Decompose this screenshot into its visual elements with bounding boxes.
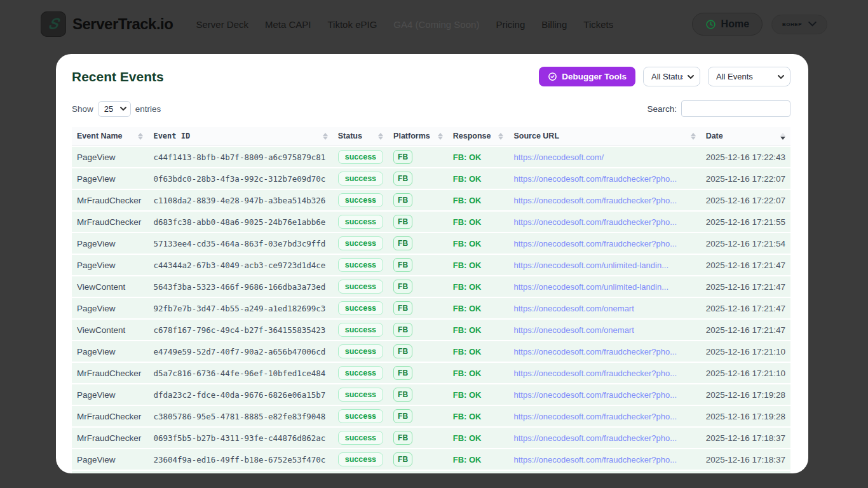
column-header-platforms[interactable]: Platforms — [388, 127, 448, 146]
column-header-status[interactable]: Status — [333, 127, 388, 146]
event-name-cell: PageView — [72, 255, 148, 275]
event-name-cell: PageView — [72, 341, 148, 362]
event-name-cell: MrFraudChecker — [72, 190, 148, 210]
event-name-cell: ViewContent — [72, 276, 148, 297]
sort-icon — [430, 133, 443, 140]
status-filter-select[interactable]: All Status — [643, 67, 700, 86]
table-row: ViewContent 5643f3ba-5323-466f-9686-166d… — [72, 276, 790, 297]
source-url-link[interactable]: https://onecodesoft.com/fraudchecker?pho… — [513, 239, 677, 248]
sort-icon — [130, 133, 143, 140]
source-url-link[interactable]: https://onecodesoft.com/fraudchecker?pho… — [513, 347, 677, 356]
nav-item-tiktok-epig[interactable]: Tiktok ePIG — [328, 19, 377, 30]
table-row: PageView 57133ee4-cd35-464a-863f-03e7bd3… — [72, 233, 790, 254]
source-url-link[interactable]: https://onecodesoft.com/onemart — [513, 304, 634, 313]
date-cell: 2025-12-16 17:18:37 — [701, 471, 790, 473]
column-header-source-url[interactable]: Source URL — [508, 127, 700, 146]
source-url-link[interactable]: https://onecodesoft.com/fraudchecker?pho… — [513, 369, 677, 378]
user-menu-button[interactable]: BOHEP — [771, 15, 827, 34]
source-url-link[interactable]: https://onecodesoft.com/unlimited-landin… — [513, 261, 668, 270]
column-header-response[interactable]: Response — [448, 127, 509, 146]
sort-icon — [491, 133, 503, 140]
table-row: PageView e4749e59-52d7-40f7-90a2-a656b47… — [72, 341, 790, 362]
debugger-tools-label: Debugger Tools — [562, 72, 627, 81]
date-cell: 2025-12-16 17:18:37 — [701, 449, 790, 470]
event-name-cell: PageView — [72, 168, 148, 189]
nav-item-ga4-coming-soon[interactable]: GA4 (Coming Soon) — [393, 19, 479, 30]
date-cell: 2025-12-16 17:18:37 — [701, 428, 790, 448]
source-url-link[interactable]: https://onecodesoft.com/fraudchecker?pho… — [513, 412, 677, 421]
column-header-event-name[interactable]: Event Name — [72, 127, 148, 146]
sort-icon — [370, 133, 383, 140]
nav-item-meta-capi[interactable]: Meta CAPI — [265, 19, 311, 30]
source-url-link[interactable]: https://onecodesoft.com/ — [513, 152, 604, 162]
source-url-link[interactable]: https://onecodesoft.com/fraudchecker?pho… — [513, 196, 677, 205]
search-label: Search: — [647, 104, 677, 114]
top-navbar: 𝑆 ServerTrack.io Server Deck Meta CAPI T… — [0, 0, 868, 48]
status-badge: success — [338, 366, 383, 380]
status-badge: success — [338, 409, 383, 423]
check-circle-icon — [548, 72, 557, 81]
platform-badge: FB — [393, 150, 412, 164]
source-url-link[interactable]: https://onecodesoft.com/fraudchecker?pho… — [513, 455, 677, 464]
event-name-cell: MrFraudChecker — [72, 471, 148, 473]
date-cell: 2025-12-16 17:21:54 — [701, 233, 790, 254]
source-url-link[interactable]: https://onecodesoft.com/fraudchecker?pho… — [513, 433, 677, 443]
page-size-select[interactable]: 25 — [98, 101, 131, 117]
event-id-cell: c44344a2-67b3-4049-acb3-ce9723d1d4ce — [148, 255, 332, 275]
date-cell: 2025-12-16 17:22:07 — [701, 190, 790, 210]
status-badge: success — [338, 172, 383, 186]
event-filter-select[interactable]: All Events — [708, 67, 790, 86]
response-cell: FB: OK — [448, 428, 509, 448]
nav-item-tickets[interactable]: Tickets — [583, 19, 613, 30]
entries-label: entries — [135, 104, 161, 114]
event-name-cell: ViewContent — [72, 320, 148, 340]
nav-right: Home BOHEP — [692, 13, 827, 36]
table-body: PageView c44f1413-8bfb-4b7f-8809-a6c9758… — [72, 147, 790, 473]
status-badge: success — [338, 344, 383, 358]
debugger-tools-button[interactable]: Debugger Tools — [539, 67, 635, 86]
table-row: PageView 92fb7e7b-3d47-4b55-a249-a1ed182… — [72, 298, 790, 318]
source-url-link[interactable]: https://onecodesoft.com/fraudchecker?pho… — [513, 390, 677, 400]
column-header-event-id[interactable]: Event ID — [148, 127, 332, 146]
home-button[interactable]: Home — [692, 13, 763, 36]
nav-item-server-deck[interactable]: Server Deck — [196, 19, 248, 30]
event-id-cell: adcfd47b-2032-4351-9506-35003a24ad41 — [148, 471, 332, 473]
source-url-link[interactable]: https://onecodesoft.com/fraudchecker?pho… — [513, 217, 677, 227]
source-url-link[interactable]: https://onecodesoft.com/fraudchecker?pho… — [513, 174, 677, 184]
status-badge: success — [338, 431, 383, 445]
table-row: MrFraudChecker 0693f5b5-b27b-4311-93fe-c… — [72, 428, 790, 448]
table-row: PageView dfda23c2-fdce-40da-9676-6826e06… — [72, 384, 790, 405]
platform-badge: FB — [393, 431, 412, 445]
event-id-cell: c3805786-95e5-4781-8885-e82fe83f9048 — [148, 406, 332, 426]
event-id-cell: 0f63bdc0-28b3-4f3a-992c-312b7e09d70c — [148, 168, 332, 189]
nav-item-billing[interactable]: Billing — [541, 19, 567, 30]
chevron-down-icon — [808, 22, 817, 27]
source-url-link[interactable]: https://onecodesoft.com/unlimited-landin… — [513, 282, 668, 292]
date-cell: 2025-12-16 17:22:07 — [701, 168, 790, 189]
event-id-cell: c44f1413-8bfb-4b7f-8809-a6c975879c81 — [148, 147, 332, 167]
search-input[interactable] — [681, 100, 790, 117]
platform-badge: FB — [393, 172, 412, 186]
platform-badge: FB — [393, 280, 412, 294]
event-id-cell: 57133ee4-cd35-464a-863f-03e7bd3c9ffd — [148, 233, 332, 254]
event-id-cell: e4749e59-52d7-40f7-90a2-a656b47006cd — [148, 341, 332, 362]
status-badge: success — [338, 388, 383, 402]
table-row: ViewContent c678f167-796c-49c4-b27f-3641… — [72, 320, 790, 340]
event-id-cell: dfda23c2-fdce-40da-9676-6826e06a15b7 — [148, 384, 332, 405]
brand[interactable]: 𝑆 ServerTrack.io — [41, 11, 173, 37]
date-cell: 2025-12-16 17:22:43 — [701, 147, 790, 167]
event-name-cell: MrFraudChecker — [72, 406, 148, 426]
column-header-date[interactable]: Date — [701, 127, 790, 146]
platform-badge: FB — [393, 215, 412, 229]
status-badge: success — [338, 258, 383, 272]
nav-item-pricing[interactable]: Pricing — [496, 19, 525, 30]
event-name-cell: MrFraudChecker — [72, 363, 148, 383]
response-cell: FB: OK — [448, 449, 509, 470]
date-cell: 2025-12-16 17:21:10 — [701, 341, 790, 362]
date-cell: 2025-12-16 17:21:47 — [701, 320, 790, 340]
event-name-cell: PageView — [72, 147, 148, 167]
home-clock-icon — [705, 19, 716, 30]
source-url-link[interactable]: https://onecodesoft.com/onemart — [513, 325, 634, 335]
table-row: MrFraudChecker c1108da2-8839-4e28-947b-a… — [72, 190, 790, 210]
recent-events-panel: Recent Events Debugger Tools All Status … — [56, 54, 808, 473]
